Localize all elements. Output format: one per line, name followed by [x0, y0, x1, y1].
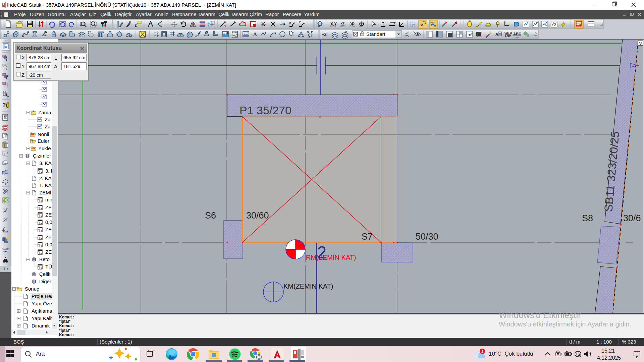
svg-text:Za: Za [45, 117, 51, 122]
svg-text:Yapı Kalite: Yapı Kalite [32, 315, 55, 321]
svg-text:N: N [45, 30, 47, 34]
svg-text:3P: 3P [350, 22, 355, 26]
svg-text:3. KA: 3. KA [39, 160, 52, 166]
svg-text:30/6: 30/6 [623, 213, 641, 223]
svg-text:S7: S7 [362, 232, 373, 242]
svg-text:2: 2 [32, 140, 34, 143]
svg-text:S6: S6 [205, 210, 216, 221]
svg-text:Standart: Standart [366, 31, 386, 37]
svg-text:Beto: Beto [39, 256, 50, 262]
svg-text:?: ? [545, 24, 547, 27]
svg-text:X,Y: X,Y [330, 22, 337, 26]
svg-text:Yükle: Yükle [38, 145, 51, 151]
svg-text:Çizimler: Çizimler [33, 153, 51, 159]
svg-text:2. KA: 2. KA [39, 175, 52, 181]
svg-text:m²: m² [468, 32, 473, 37]
svg-text:AUTO: AUTO [503, 31, 512, 35]
svg-text:30/60: 30/60 [246, 210, 269, 221]
svg-text:Yapı Özeti: Yapı Özeti [32, 301, 55, 306]
svg-text:1. KA: 1. KA [39, 182, 52, 188]
svg-text:P1 35/270: P1 35/270 [239, 104, 291, 117]
svg-text:ZEMİ: ZEMİ [39, 190, 51, 195]
svg-text:Sonuç: Sonuç [25, 286, 39, 292]
svg-text:Çelik: Çelik [39, 271, 51, 277]
svg-text:Euler: Euler [38, 138, 49, 144]
svg-text:Dinamik: Dinamik [32, 323, 50, 328]
svg-text:ABC: ABC [2, 250, 8, 253]
svg-text:ABC: ABC [504, 35, 511, 38]
svg-text:f(t): f(t) [39, 118, 42, 121]
svg-text:RM(ZEMİN KAT): RM(ZEMİN KAT) [306, 254, 356, 261]
svg-text:1: 1 [481, 349, 484, 354]
svg-text:A: A [253, 31, 257, 38]
svg-text:Diğer: Diğer [39, 279, 51, 284]
svg-text:ABC: ABC [513, 32, 521, 36]
svg-text:50/30: 50/30 [416, 232, 438, 242]
svg-text:Za: Za [45, 124, 51, 129]
svg-text:Zama: Zama [38, 110, 51, 115]
svg-text:S8: S8 [582, 213, 593, 223]
svg-text:A: A [495, 32, 498, 37]
svg-text:+2: +2 [322, 32, 327, 37]
svg-text:KM(ZEMİN KAT): KM(ZEMİN KAT) [283, 283, 333, 290]
svg-text:Nonli: Nonli [38, 131, 49, 137]
svg-text::Z: :Z [341, 22, 344, 26]
